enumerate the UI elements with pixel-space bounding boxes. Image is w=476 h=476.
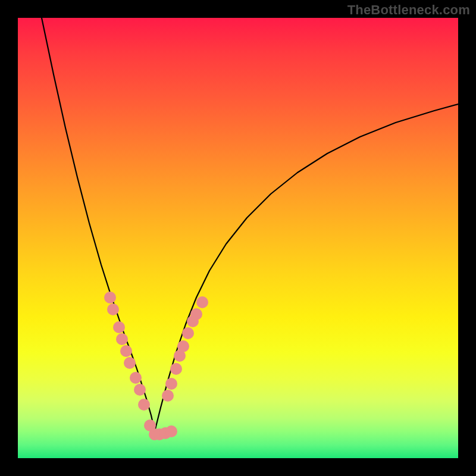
scatter-dot	[107, 303, 119, 315]
plot-svg	[18, 18, 458, 458]
curve-group	[42, 18, 458, 431]
scatter-dot	[162, 390, 174, 402]
curve-right-branch	[155, 104, 458, 431]
scatter-group	[104, 292, 208, 440]
scatter-dot	[165, 425, 177, 437]
plot-frame	[18, 18, 458, 458]
scatter-dot	[177, 340, 189, 352]
scatter-dot	[190, 308, 202, 320]
scatter-dot	[113, 321, 125, 333]
scatter-dot	[104, 292, 116, 303]
scatter-dot	[196, 296, 208, 308]
watermark-text: TheBottleneck.com	[347, 2, 470, 18]
scatter-dot	[130, 372, 142, 384]
scatter-dot	[138, 399, 150, 411]
scatter-dot	[120, 345, 132, 357]
scatter-dot	[170, 363, 182, 375]
scatter-dot	[116, 333, 128, 345]
scatter-dot	[124, 357, 136, 369]
scatter-dot	[165, 378, 177, 390]
scatter-dot	[182, 327, 194, 339]
curve-left-branch	[42, 18, 155, 431]
scatter-dot	[134, 384, 146, 396]
